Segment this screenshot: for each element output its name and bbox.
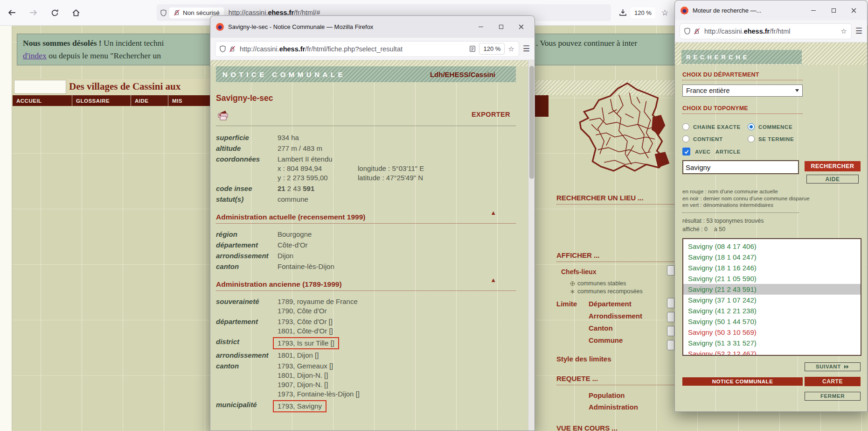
notice-banner: NOTICE COMMUNALE Ldh/EHESS/Cassini [216,66,516,82]
result-item[interactable]: Savigny (51 3 31 527) [683,338,861,348]
back-button[interactable] [4,5,20,21]
menu-item[interactable]: GLOSSAIRE [72,95,131,106]
limite-items: DépartementArrondissementCantonCommune [589,300,642,348]
radio-chaine-exacte-label: CHAINE EXACTE [693,124,741,130]
shield-icon [684,28,690,35]
result-item[interactable]: Savigny (18 1 16 246) [683,262,861,273]
menu-hamburger-icon[interactable]: ☰ [855,27,862,35]
notice-scrollbar[interactable] [528,60,535,431]
rechercher-un-lieu-label[interactable]: RECHERCHER UN LIEU ... [556,194,644,202]
result-item[interactable]: Savigny (37 1 07 242) [683,295,861,305]
result-item[interactable]: Savigny (08 4 17 406) [683,241,861,252]
requete-item[interactable]: Administration [589,403,638,411]
reload-button[interactable] [47,5,62,21]
lock-slash-icon [229,46,236,52]
downloads-button[interactable] [615,5,631,21]
limite-arrondissement-control-sliver[interactable] [667,312,674,322]
reader-mode-icon[interactable] [469,45,476,52]
search-address-bar[interactable]: http://cassini.ehess.fr/fr/html ☆ [680,23,852,39]
radio-chaine-exacte[interactable] [682,123,689,130]
firefox-icon [216,23,224,31]
result-item[interactable]: Savigny (50 1 44 570) [683,316,861,327]
field-souverainete: souveraineté1789, royaume de France1790,… [216,297,516,316]
printer-icon[interactable] [216,108,230,121]
reload-icon [51,9,59,17]
bookmark-star-icon[interactable]: ☆ [508,45,514,52]
exporter-link[interactable]: EXPORTER [472,111,510,118]
limite-item[interactable]: Canton [589,324,642,332]
scrollbar-thumb[interactable] [529,66,534,179]
vue-en-cours-label: VUE EN COURS ... [556,424,618,431]
france-departments-map[interactable] [578,82,685,188]
field-canton: cantonFontaine-lès-Dijon [216,262,516,271]
limite-item[interactable]: Arrondissement [589,312,642,320]
radio-se-termine[interactable] [748,135,755,142]
menu-item[interactable]: ACCUEIL [13,95,72,106]
chefs-lieux-label: Chefs-lieux [561,268,596,276]
limite-commune-control-sliver[interactable] [667,340,674,350]
limite-departement-control-sliver[interactable] [667,298,674,308]
avec-article-checkbox[interactable] [682,148,690,155]
separator [216,126,516,126]
close-button[interactable] [846,3,861,17]
lock-slash-icon [694,28,700,35]
toponym-input[interactable] [682,160,799,174]
result-item[interactable]: Savigny (50 3 10 569) [683,327,861,338]
results-listbox[interactable]: Savigny (08 4 17 406)Savigny (18 1 04 24… [682,238,861,356]
rechercher-button[interactable]: RECHERCHER [805,161,861,171]
style-des-limites-label[interactable]: Style des limites [556,355,611,363]
result-item[interactable]: Savigny (21 1 05 590) [683,273,861,284]
requete-item[interactable]: Population [589,391,638,399]
limite-item[interactable]: Département [589,300,642,308]
radio-se-termine-label: SE TERMINE [758,136,794,142]
index-link[interactable]: d'index [23,51,47,60]
lock-slash-icon [174,9,180,16]
result-item[interactable]: Savigny (21 2 43 591) [683,284,861,295]
result-item[interactable]: Savigny (52 2 12 467) [683,348,861,356]
result-item[interactable]: Savigny (41 2 21 238) [683,305,861,316]
notice-address-bar[interactable]: http://cassini.ehess.fr/fr/html/fiche.ph… [215,41,519,57]
apology-line1: Nous sommes désolés ! Un incident techni [23,38,164,48]
recherche-banner: RECHERCHE [681,50,802,64]
result-count: résultat : 53 toponymes trouvés [682,217,861,225]
field-arrondissement-ancien: arrondissement1801, Dijon [] [216,351,516,360]
shield-icon [220,45,226,52]
carte-button[interactable]: CARTE [805,377,861,386]
fermer-button[interactable]: FERMER [805,392,861,401]
maximize-button[interactable] [493,20,509,34]
close-button[interactable] [513,20,529,34]
collapse-triangle-icon[interactable]: ▲ [490,209,496,216]
zoom-indicator[interactable]: 120 % [479,43,505,55]
chevron-down-icon [795,89,799,92]
requete-label: REQUETE ... [556,374,598,382]
menu-item[interactable]: AIDE [131,95,168,106]
site-menubar: ACCUEILGLOSSAIREAIDEMIS [13,95,210,106]
menu-hamburger-icon[interactable]: ☰ [523,45,530,53]
result-item[interactable]: Savigny (18 1 04 247) [683,252,861,262]
bookmark-star-icon[interactable]: ☆ [840,28,847,35]
collapse-triangle-icon[interactable]: ▲ [490,276,496,283]
limite-item[interactable]: Commune [589,336,642,344]
suivant-button[interactable]: SUIVANT [805,362,861,371]
maximize-button[interactable] [826,3,841,17]
radio-commence[interactable] [748,123,755,130]
field-municipalite: municipalité1793, Savigny [216,400,516,412]
bookmark-star-icon[interactable]: ☆ [661,9,668,17]
chefs-lieux-control-sliver[interactable] [667,265,674,276]
site-heading: Des villages de Cassini aux [69,81,181,92]
minimize-button[interactable] [806,3,821,17]
forward-button[interactable] [25,5,41,21]
limite-canton-control-sliver[interactable] [667,326,674,336]
menu-item[interactable]: MIS [168,95,210,106]
department-select[interactable]: France entière [682,85,803,97]
home-icon [72,9,80,17]
checkmark-icon [684,149,689,155]
field-district: district1793, Is sur Tille [] [216,337,516,349]
zoom-indicator[interactable]: 120 % [631,7,655,18]
aide-button[interactable]: AIDE [806,175,859,184]
notice-communale-button[interactable]: NOTICE COMMUNALE [682,377,803,386]
minimize-button[interactable] [473,20,489,34]
back-arrow-icon [7,9,16,16]
radio-contient[interactable] [682,135,689,142]
home-button[interactable] [68,5,84,21]
